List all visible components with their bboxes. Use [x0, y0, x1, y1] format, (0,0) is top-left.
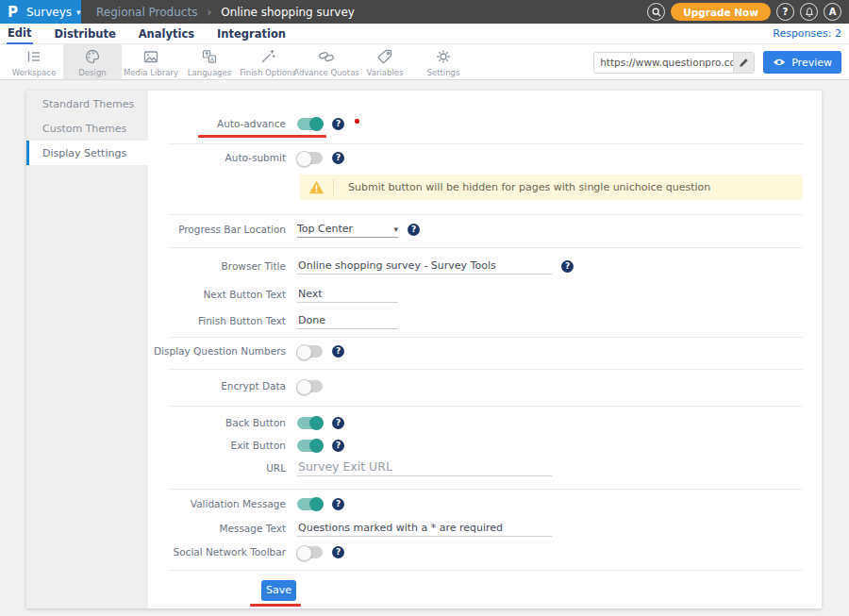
browser-title-row: Browser Title ?	[148, 255, 822, 277]
sidebar-item-standard-themes[interactable]: Standard Themes	[26, 92, 148, 116]
media-library-icon	[142, 47, 160, 66]
toolbar-item-advance-quotas[interactable]: Advance Quotas	[297, 44, 356, 79]
chevron-down-icon: ▾	[393, 225, 398, 234]
finish-button-text-input[interactable]	[297, 312, 398, 329]
advance-quotas-chain-icon	[317, 47, 336, 66]
nav-tab-edit[interactable]: Edit	[7, 24, 33, 44]
validation-message-label: Validation Message	[148, 498, 290, 509]
back-button-help-icon[interactable]: ?	[332, 417, 344, 429]
validation-message-help-icon[interactable]: ?	[332, 498, 344, 510]
nav-tab-distribute[interactable]: Distribute	[54, 25, 117, 43]
message-text-input[interactable]	[297, 520, 552, 537]
toolbar-label: Advance Quotas	[293, 68, 359, 77]
warning-text: Submit button will be hidden for pages w…	[334, 181, 710, 193]
finish-button-text-row: Finish Button Text	[148, 309, 822, 332]
next-button-text-label: Next Button Text	[148, 289, 290, 300]
auto-advance-toggle[interactable]	[297, 118, 323, 130]
breadcrumb-parent[interactable]: Regional Products	[96, 6, 197, 19]
next-button-text-input[interactable]	[297, 286, 398, 303]
toolbar-right: https://www.questionpro.com/t/APNrFZ Pre…	[593, 44, 841, 80]
auto-advance-help-icon[interactable]: ?	[332, 118, 344, 130]
toolbar-item-finish-options[interactable]: Finish Options	[239, 44, 297, 79]
divider	[168, 489, 803, 490]
toolbar-label: Settings	[427, 68, 460, 77]
exit-button-toggle[interactable]	[297, 440, 323, 452]
progress-bar-help-icon[interactable]: ?	[408, 224, 420, 236]
auto-submit-help-icon[interactable]: ?	[332, 152, 344, 164]
display-question-numbers-help-icon[interactable]: ?	[332, 345, 344, 358]
survey-url-value[interactable]: https://www.questionpro.com/t/APNrFZ	[594, 57, 733, 68]
divider	[168, 214, 803, 215]
toolbar-item-media-library[interactable]: Media Library	[122, 44, 180, 79]
social-network-toolbar-row: Social Network Toolbar ?	[148, 541, 822, 563]
auto-submit-warning: Submit button will be hidden for pages w…	[300, 175, 803, 200]
back-button-row: Back Button ?	[148, 411, 822, 434]
warning-triangle-icon	[300, 179, 334, 195]
toolbar-item-workspace[interactable]: Workspace	[5, 44, 63, 79]
survey-url-box: https://www.questionpro.com/t/APNrFZ	[593, 52, 755, 74]
nav-tab-analytics[interactable]: Analytics	[138, 25, 195, 43]
progress-bar-location-label: Progress Bar Location	[148, 224, 290, 235]
divider	[168, 247, 803, 248]
surveys-menu[interactable]: P Surveys ▾	[0, 0, 81, 24]
upgrade-now-button[interactable]: Upgrade Now	[671, 3, 771, 21]
toolbar-item-variables[interactable]: Variables	[356, 44, 414, 79]
settings-gear-icon	[434, 47, 453, 66]
browser-title-label: Browser Title	[148, 260, 290, 272]
social-network-toolbar-help-icon[interactable]: ?	[332, 546, 344, 558]
breadcrumb-separator-icon: ›	[207, 6, 211, 19]
display-settings-form: Auto-advance ? Auto-submit ? S	[148, 91, 822, 608]
toolbar-label: Media Library	[124, 68, 178, 77]
social-network-toolbar-toggle[interactable]	[297, 546, 323, 558]
validation-message-row: Validation Message ?	[148, 492, 822, 515]
avatar[interactable]: A	[824, 3, 841, 21]
auto-submit-label: Auto-submit	[148, 152, 290, 163]
validation-message-toggle[interactable]	[297, 498, 323, 510]
breadcrumb: Regional Products › Online shopping surv…	[96, 6, 355, 19]
encrypt-data-toggle[interactable]	[297, 380, 323, 392]
encrypt-data-label: Encrypt Data	[148, 380, 290, 391]
responses-count[interactable]: Responses: 2	[773, 27, 841, 40]
divider	[168, 570, 803, 571]
preview-button[interactable]: Preview	[763, 51, 841, 74]
toolbar-label: Languages	[188, 68, 231, 77]
toolbar-item-languages[interactable]: A Languages	[180, 44, 239, 79]
help-icon[interactable]: ?	[776, 3, 794, 21]
header-actions: Upgrade Now ? A	[647, 0, 841, 24]
app-header: P Surveys ▾ Regional Products › Online s…	[0, 0, 849, 24]
back-button-toggle[interactable]	[297, 417, 323, 429]
progress-bar-location-select[interactable]: Top Center ▾	[297, 221, 398, 238]
exit-button-row: Exit Button ?	[148, 434, 822, 457]
annotation-underline-save	[250, 604, 301, 607]
sidebar-item-display-settings[interactable]: Display Settings	[26, 141, 148, 165]
toolbar-item-settings[interactable]: Settings	[414, 44, 473, 79]
search-icon[interactable]	[647, 3, 665, 21]
sidebar-item-custom-themes[interactable]: Custom Themes	[26, 116, 148, 141]
preview-label: Preview	[791, 57, 832, 69]
browser-title-help-icon[interactable]: ?	[561, 260, 574, 273]
display-question-numbers-row: Display Question Numbers ?	[148, 340, 822, 362]
display-question-numbers-toggle[interactable]	[297, 345, 323, 358]
finish-button-text-label: Finish Button Text	[148, 315, 290, 326]
notifications-bell-icon[interactable]	[800, 3, 818, 21]
toolbar-label: Variables	[367, 68, 404, 77]
questionpro-logo-icon: P	[8, 4, 18, 21]
themes-sidebar: Standard Themes Custom Themes Display Se…	[26, 91, 148, 608]
display-settings-card: Standard Themes Custom Themes Display Se…	[26, 91, 822, 608]
message-text-label: Message Text	[148, 523, 290, 534]
toolbar-item-design[interactable]: Design	[63, 44, 122, 79]
auto-submit-toggle[interactable]	[297, 152, 323, 164]
exit-button-help-icon[interactable]: ?	[332, 440, 344, 452]
toolbar-label: Design	[78, 68, 106, 77]
browser-title-input[interactable]	[297, 258, 552, 275]
exit-button-label: Exit Button	[148, 440, 290, 451]
divider	[168, 369, 803, 370]
exit-url-row: URL	[148, 457, 822, 479]
nav-tab-integration[interactable]: Integration	[216, 25, 287, 43]
exit-url-input[interactable]	[297, 459, 552, 476]
surveys-menu-label: Surveys	[26, 6, 72, 19]
save-button[interactable]: Save	[261, 580, 296, 601]
edit-url-pencil-icon[interactable]	[733, 53, 754, 73]
auto-submit-row: Auto-submit ?	[148, 146, 822, 169]
message-text-row: Message Text	[148, 517, 822, 540]
